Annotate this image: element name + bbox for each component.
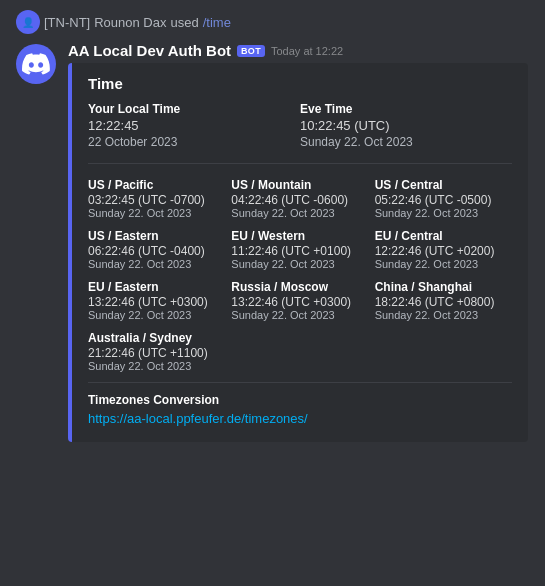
conversion-section: Timezones Conversion https://aa-local.pp… xyxy=(88,382,512,426)
conversion-label: Timezones Conversion xyxy=(88,393,512,407)
your-local-time: 12:22:45 xyxy=(88,117,300,135)
user-avatar-icon: 👤 xyxy=(22,17,34,28)
eve-time-value: 10:22:45 (UTC) xyxy=(300,117,512,135)
conversion-link[interactable]: https://aa-local.ppfeufer.de/timezones/ xyxy=(88,411,308,426)
timezone-item: EU / Western 11:22:46 (UTC +0100) Sunday… xyxy=(231,229,368,270)
bot-message: AA Local Dev Auth Bot BOT Today at 12:22… xyxy=(16,42,529,442)
tz-time: 21:22:46 (UTC +1100) xyxy=(88,346,225,360)
timezone-item: China / Shanghai 18:22:46 (UTC +0800) Su… xyxy=(375,280,512,321)
tz-time: 03:22:45 (UTC -0700) xyxy=(88,193,225,207)
your-local-time-section: Your Local Time 12:22:45 22 October 2023 xyxy=(88,102,300,149)
user-tag: [TN-NT] xyxy=(44,15,90,30)
user-action: used xyxy=(171,15,199,30)
timezone-grid: US / Pacific 03:22:45 (UTC -0700) Sunday… xyxy=(88,178,512,372)
tz-time: 06:22:46 (UTC -0400) xyxy=(88,244,225,258)
tz-date: Sunday 22. Oct 2023 xyxy=(375,309,512,321)
user-avatar: 👤 xyxy=(16,10,40,34)
your-local-date: 22 October 2023 xyxy=(88,135,300,149)
embed-card: Time Your Local Time 12:22:45 22 October… xyxy=(68,63,528,442)
tz-label: US / Pacific xyxy=(88,178,225,192)
tz-time: 13:22:46 (UTC +0300) xyxy=(88,295,225,309)
tz-date: Sunday 22. Oct 2023 xyxy=(88,207,225,219)
bot-header: AA Local Dev Auth Bot BOT Today at 12:22 xyxy=(68,42,529,59)
tz-date: Sunday 22. Oct 2023 xyxy=(375,207,512,219)
message-area: 👤 [TN-NT] Rounon Dax used /time AA Local… xyxy=(0,0,545,450)
timezone-item: US / Eastern 06:22:46 (UTC -0400) Sunday… xyxy=(88,229,225,270)
eve-time-section: Eve Time 10:22:45 (UTC) Sunday 22. Oct 2… xyxy=(300,102,512,149)
tz-time: 11:22:46 (UTC +0100) xyxy=(231,244,368,258)
discord-icon xyxy=(22,50,50,78)
eve-time-date: Sunday 22. Oct 2023 xyxy=(300,135,512,149)
your-local-label: Your Local Time xyxy=(88,102,300,116)
bot-badge: BOT xyxy=(237,45,265,57)
tz-label: EU / Central xyxy=(375,229,512,243)
user-command: /time xyxy=(203,15,231,30)
embed-title: Time xyxy=(88,75,512,92)
bot-name: AA Local Dev Auth Bot xyxy=(68,42,231,59)
tz-date: Sunday 22. Oct 2023 xyxy=(231,207,368,219)
tz-time: 18:22:46 (UTC +0800) xyxy=(375,295,512,309)
user-command-row: 👤 [TN-NT] Rounon Dax used /time xyxy=(16,8,529,36)
tz-label: US / Central xyxy=(375,178,512,192)
tz-time: 12:22:46 (UTC +0200) xyxy=(375,244,512,258)
user-name: Rounon Dax xyxy=(94,15,166,30)
timezone-item: Australia / Sydney 21:22:46 (UTC +1100) … xyxy=(88,331,225,372)
tz-label: China / Shanghai xyxy=(375,280,512,294)
timezone-item: US / Central 05:22:46 (UTC -0500) Sunday… xyxy=(375,178,512,219)
tz-time: 04:22:46 (UTC -0600) xyxy=(231,193,368,207)
timezone-item: US / Mountain 04:22:46 (UTC -0600) Sunda… xyxy=(231,178,368,219)
tz-label: Russia / Moscow xyxy=(231,280,368,294)
tz-time: 13:22:46 (UTC +0300) xyxy=(231,295,368,309)
bot-avatar xyxy=(16,44,56,84)
tz-date: Sunday 22. Oct 2023 xyxy=(231,309,368,321)
bot-content: AA Local Dev Auth Bot BOT Today at 12:22… xyxy=(68,42,529,442)
tz-date: Sunday 22. Oct 2023 xyxy=(88,360,225,372)
tz-label: EU / Eastern xyxy=(88,280,225,294)
timezone-item: EU / Central 12:22:46 (UTC +0200) Sunday… xyxy=(375,229,512,270)
tz-label: Australia / Sydney xyxy=(88,331,225,345)
tz-label: US / Eastern xyxy=(88,229,225,243)
bot-timestamp: Today at 12:22 xyxy=(271,45,343,57)
tz-date: Sunday 22. Oct 2023 xyxy=(88,258,225,270)
eve-time-label: Eve Time xyxy=(300,102,512,116)
tz-label: EU / Western xyxy=(231,229,368,243)
timezone-item: US / Pacific 03:22:45 (UTC -0700) Sunday… xyxy=(88,178,225,219)
tz-date: Sunday 22. Oct 2023 xyxy=(88,309,225,321)
tz-date: Sunday 22. Oct 2023 xyxy=(231,258,368,270)
tz-date: Sunday 22. Oct 2023 xyxy=(375,258,512,270)
tz-time: 05:22:46 (UTC -0500) xyxy=(375,193,512,207)
time-grid-top: Your Local Time 12:22:45 22 October 2023… xyxy=(88,102,512,164)
timezone-item: EU / Eastern 13:22:46 (UTC +0300) Sunday… xyxy=(88,280,225,321)
tz-label: US / Mountain xyxy=(231,178,368,192)
timezone-item: Russia / Moscow 13:22:46 (UTC +0300) Sun… xyxy=(231,280,368,321)
